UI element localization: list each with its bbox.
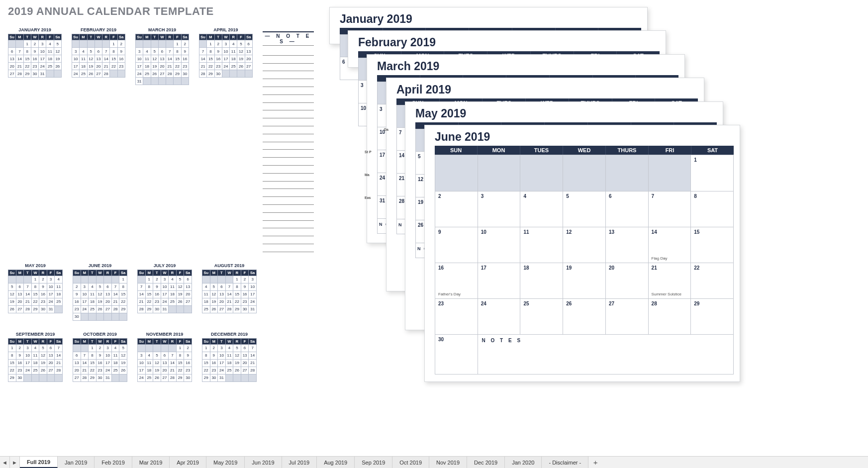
note-line[interactable] (263, 150, 314, 158)
calendar-day-cell[interactable]: 16Father's Day (435, 263, 478, 298)
sheet-tab[interactable]: - Disclaimer - (542, 457, 588, 468)
mini-month-title: AUGUST 2019 (202, 263, 257, 268)
calendar-day-cell[interactable]: 23 (435, 299, 478, 334)
mini-day-cell: 15 (119, 290, 127, 298)
calendar-day-cell[interactable] (563, 155, 606, 191)
calendar-day-cell[interactable] (520, 155, 563, 191)
sheet-tab[interactable]: Mar 2019 (132, 457, 170, 468)
note-line[interactable] (263, 158, 314, 166)
mini-day-cell: 12 (8, 290, 16, 298)
calendar-day-cell[interactable]: 30 (435, 335, 478, 374)
note-line[interactable] (263, 126, 314, 134)
note-line[interactable] (263, 87, 314, 95)
mini-day-cell: 2 (241, 276, 249, 283)
sheet-tab[interactable]: Dec 2019 (467, 457, 505, 468)
mini-day-cell (151, 78, 158, 85)
note-line[interactable] (263, 244, 314, 252)
mini-day-cell: 25 (202, 305, 210, 313)
add-sheet-button[interactable]: + (588, 457, 602, 468)
note-line[interactable] (263, 79, 314, 87)
calendar-day-cell[interactable]: 3 (478, 191, 521, 227)
mini-day-cell: 23 (117, 63, 125, 70)
calendar-day-cell[interactable]: 20 (606, 263, 649, 298)
calendar-day-cell[interactable] (606, 155, 649, 191)
calendar-day-cell[interactable]: 22 (691, 263, 733, 298)
calendar-day-cell[interactable]: 24 (478, 299, 521, 334)
note-line[interactable] (263, 236, 314, 244)
note-line[interactable] (263, 103, 314, 111)
mini-day-cell: 25 (143, 70, 151, 78)
mini-month: AUGUST 2019SuMTWRFSa12345678910111213141… (202, 263, 257, 321)
sheet-tab[interactable]: Feb 2019 (95, 457, 132, 468)
note-line[interactable] (263, 205, 314, 213)
note-line[interactable] (263, 189, 314, 197)
sheet-tab[interactable]: Full 2019 (20, 457, 58, 468)
calendar-day-cell[interactable]: 4 (520, 191, 563, 227)
calendar-day-cell[interactable] (649, 155, 691, 191)
note-line[interactable] (263, 95, 314, 103)
mini-day-cell (81, 344, 89, 352)
note-line[interactable] (263, 174, 314, 182)
note-line[interactable] (263, 221, 314, 229)
sheet-tab[interactable]: Sep 2019 (355, 457, 392, 468)
calendar-day-cell[interactable]: 14Flag Day (649, 227, 691, 263)
note-line[interactable] (263, 197, 314, 205)
note-line[interactable] (263, 228, 314, 236)
mini-day-cell: 13 (161, 359, 169, 367)
calendar-day-cell[interactable]: 11 (520, 227, 563, 263)
calendar-day-cell[interactable]: 25 (520, 299, 563, 334)
tab-scroll-left[interactable]: ◄ (0, 457, 10, 468)
sheet-tab[interactable]: Jun 2019 (245, 457, 282, 468)
mini-day-cell (184, 305, 192, 313)
tab-scroll-right[interactable]: ► (10, 457, 20, 468)
mini-day-cell: 12 (54, 48, 61, 55)
calendar-day-cell[interactable]: 2 (435, 191, 478, 227)
note-line[interactable] (263, 118, 314, 126)
sheet-tab[interactable]: Nov 2019 (429, 457, 467, 468)
mini-day-cell: 15 (110, 55, 117, 63)
calendar-day-cell[interactable]: 19 (563, 263, 606, 298)
mini-month-title: FEBRUARY 2019 (72, 27, 125, 32)
calendar-day-cell[interactable]: 9 (435, 227, 478, 263)
sheet-tab[interactable]: Jan 2020 (505, 457, 542, 468)
calendar-day-cell[interactable]: 26 (563, 299, 606, 334)
calendar-day-cell[interactable]: 13 (606, 227, 649, 263)
month-notes-area[interactable]: N O T E S (478, 335, 733, 374)
note-line[interactable] (263, 64, 314, 72)
mini-day-cell: 23 (31, 63, 38, 70)
note-line[interactable] (263, 48, 314, 56)
calendar-day-cell[interactable]: 5 (563, 191, 606, 227)
sheet-tab[interactable]: Jul 2019 (282, 457, 317, 468)
calendar-day-cell[interactable] (435, 155, 478, 191)
sheet-tab[interactable]: Oct 2019 (392, 457, 429, 468)
calendar-day-cell[interactable]: 17 (478, 263, 521, 298)
calendar-day-cell[interactable]: 29 (691, 299, 733, 334)
note-line[interactable] (263, 134, 314, 142)
note-line[interactable] (263, 71, 314, 79)
calendar-day-cell[interactable] (478, 155, 521, 191)
calendar-day-cell[interactable]: 21Summer Solstice (649, 263, 691, 298)
calendar-day-cell[interactable]: 27 (606, 299, 649, 334)
calendar-day-cell[interactable]: 28 (649, 299, 691, 334)
calendar-day-cell[interactable]: 15 (691, 227, 733, 263)
sheet-tab[interactable]: Jan 2019 (58, 457, 95, 468)
note-line[interactable] (263, 110, 314, 118)
mini-day-cell: 3 (24, 344, 32, 352)
sheet-tab[interactable]: Aug 2019 (317, 457, 355, 468)
mini-day-cell: 24 (81, 305, 89, 313)
calendar-day-cell[interactable]: 6 (606, 191, 649, 227)
note-line[interactable] (263, 166, 314, 174)
note-line[interactable] (263, 213, 314, 221)
calendar-day-cell[interactable]: 8 (691, 191, 733, 227)
calendar-day-cell[interactable]: 7 (649, 191, 691, 227)
mini-day-cell: 21 (55, 359, 63, 367)
note-line[interactable] (263, 182, 314, 189)
calendar-day-cell[interactable]: 10 (478, 227, 521, 263)
note-line[interactable] (263, 142, 314, 150)
calendar-day-cell[interactable]: 1 (691, 155, 733, 191)
sheet-tab[interactable]: Apr 2019 (170, 457, 206, 468)
sheet-tab[interactable]: May 2019 (206, 457, 245, 468)
calendar-day-cell[interactable]: 12 (563, 227, 606, 263)
calendar-day-cell[interactable]: 18 (520, 263, 563, 298)
note-line[interactable] (263, 56, 314, 64)
